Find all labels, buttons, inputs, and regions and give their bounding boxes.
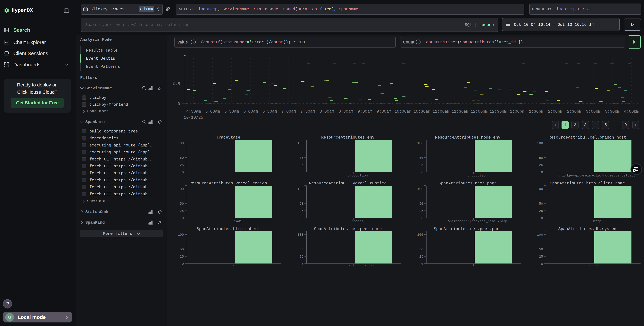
svg-text:0: 0 xyxy=(178,102,180,106)
svg-text:1: 1 xyxy=(178,62,180,66)
svg-text:1:00pm: 1:00pm xyxy=(510,109,524,114)
svg-text:0.5: 0.5 xyxy=(173,82,180,86)
svg-text:25: 25 xyxy=(539,163,543,167)
svg-text:10:30am: 10:30am xyxy=(414,109,430,114)
svg-text:2:00pm: 2:00pm xyxy=(548,109,562,114)
svg-text:7:00am: 7:00am xyxy=(282,109,296,114)
svg-text:50: 50 xyxy=(180,202,184,206)
svg-text:100: 100 xyxy=(298,187,304,191)
svg-text:production: production xyxy=(348,174,368,178)
svg-text:100: 100 xyxy=(417,187,423,191)
svg-text:50: 50 xyxy=(419,156,423,160)
svg-text:7:30am: 7:30am xyxy=(300,109,315,114)
svg-text:clickhouse: clickhouse xyxy=(587,265,607,266)
svg-text:z5prz9ggc4.us-central1.gcp.cli: z5prz9ggc4.us-central1.gcp.clickhouse-st… xyxy=(308,265,407,266)
svg-text:100: 100 xyxy=(417,233,423,237)
svg-text:6:00am: 6:00am xyxy=(244,109,258,114)
svg-text:50: 50 xyxy=(539,202,543,206)
svg-text:0: 0 xyxy=(421,171,423,174)
svg-text:100: 100 xyxy=(298,141,304,145)
svg-text:25: 25 xyxy=(300,209,304,213)
svg-text:8443: 8443 xyxy=(474,265,482,266)
svg-text:11:00am: 11:00am xyxy=(432,109,450,114)
svg-text:ResourceAttributes.env: ResourceAttributes.env xyxy=(321,135,374,140)
svg-text:3:30pm: 3:30pm xyxy=(605,109,620,114)
svg-text:TraceState: TraceState xyxy=(216,135,240,140)
svg-text:50: 50 xyxy=(419,247,423,251)
svg-text:50: 50 xyxy=(180,156,184,160)
svg-text:1:30pm: 1:30pm xyxy=(529,109,543,114)
svg-text:5:30am: 5:30am xyxy=(224,109,239,114)
svg-text:0: 0 xyxy=(421,262,423,266)
svg-text:100: 100 xyxy=(537,141,543,145)
svg-text:0: 0 xyxy=(182,262,184,266)
svg-text:25: 25 xyxy=(300,163,304,167)
svg-text:10:00am: 10:00am xyxy=(394,109,412,114)
svg-text:http: http xyxy=(593,220,601,223)
svg-text:100: 100 xyxy=(417,141,423,145)
svg-text:25: 25 xyxy=(180,209,184,213)
svg-text:50: 50 xyxy=(300,202,304,206)
svg-text:SpanAttributes.next.page: SpanAttributes.next.page xyxy=(438,181,497,186)
svg-text:0: 0 xyxy=(182,216,184,220)
svg-text:clickpy-git-main-clickhouse.ve: clickpy-git-main-clickhouse.vercel.app xyxy=(559,174,636,178)
svg-text:0: 0 xyxy=(421,216,423,220)
svg-text:4:30am: 4:30am xyxy=(186,109,201,114)
svg-text:25: 25 xyxy=(180,255,184,259)
svg-text:6:30am: 6:30am xyxy=(262,109,277,114)
svg-text:25: 25 xyxy=(419,209,423,213)
svg-text:9:00am: 9:00am xyxy=(358,109,372,114)
svg-text:10/10/25: 10/10/25 xyxy=(184,115,203,120)
svg-text:SpanAttributes.net.peer.name: SpanAttributes.net.peer.name xyxy=(314,227,382,231)
svg-text:nodejs: nodejs xyxy=(352,220,364,223)
svg-text:100: 100 xyxy=(298,233,304,237)
svg-text:0: 0 xyxy=(541,216,543,220)
svg-text:100: 100 xyxy=(537,187,543,191)
svg-text:9:30am: 9:30am xyxy=(377,109,391,114)
svg-text:0: 0 xyxy=(302,216,304,220)
svg-text:25: 25 xyxy=(300,255,304,259)
svg-text:100: 100 xyxy=(537,233,543,237)
svg-text:25: 25 xyxy=(419,163,423,167)
svg-text:25: 25 xyxy=(419,255,423,259)
svg-text:2:30pm: 2:30pm xyxy=(567,109,582,114)
svg-text:50: 50 xyxy=(300,247,304,251)
svg-text:25: 25 xyxy=(180,163,184,167)
svg-text:0: 0 xyxy=(541,262,543,266)
svg-text:ResourceAttributes.node.env: ResourceAttributes.node.env xyxy=(435,135,500,140)
svg-text:50: 50 xyxy=(300,156,304,160)
svg-text:11:30am: 11:30am xyxy=(452,109,468,114)
svg-text:0: 0 xyxy=(541,171,543,174)
svg-text:25: 25 xyxy=(539,255,543,259)
svg-text:SpanAttributes.http.scheme: SpanAttributes.http.scheme xyxy=(196,227,260,231)
svg-text:5:00am: 5:00am xyxy=(205,109,220,114)
svg-text:100: 100 xyxy=(178,141,184,145)
svg-text:8:00am: 8:00am xyxy=(320,109,334,114)
svg-text:25: 25 xyxy=(539,209,543,213)
svg-text:3:00pm: 3:00pm xyxy=(586,109,600,114)
svg-text:ResourceAttribu..cel.branch_ho: ResourceAttribu..cel.branch_host xyxy=(548,135,626,140)
svg-text:50: 50 xyxy=(539,247,543,251)
svg-text:SpanAttributes.db.system: SpanAttributes.db.system xyxy=(558,227,616,231)
svg-text:8:30am: 8:30am xyxy=(338,109,353,114)
svg-text:0: 0 xyxy=(182,171,184,174)
svg-text:100: 100 xyxy=(178,187,184,191)
svg-text:/dashboard/[package_name]/page: /dashboard/[package_name]/page xyxy=(447,220,508,223)
svg-text:0: 0 xyxy=(302,171,304,174)
svg-text:production: production xyxy=(468,174,488,178)
svg-text:50: 50 xyxy=(180,247,184,251)
svg-text:ResourceAttributes.vercel.regi: ResourceAttributes.vercel.region xyxy=(189,181,267,186)
svg-text:50: 50 xyxy=(419,202,423,206)
svg-text:12:30pm: 12:30pm xyxy=(490,109,507,114)
svg-text:50: 50 xyxy=(539,156,543,160)
svg-text:ResourceAttribu...vercel.runti: ResourceAttribu...vercel.runtime xyxy=(309,181,387,186)
svg-text:100: 100 xyxy=(178,233,184,237)
svg-text:4:00pm: 4:00pm xyxy=(624,109,638,114)
svg-text:SpanAttributes.net.peer.port: SpanAttributes.net.peer.port xyxy=(434,227,502,231)
svg-text:SpanAttributes.http.client.nam: SpanAttributes.http.client.name xyxy=(550,181,625,186)
svg-text:12:00pm: 12:00pm xyxy=(471,109,488,114)
svg-text:https: https xyxy=(233,265,243,266)
svg-text:0: 0 xyxy=(302,262,304,266)
svg-text:iad1: iad1 xyxy=(234,220,242,223)
